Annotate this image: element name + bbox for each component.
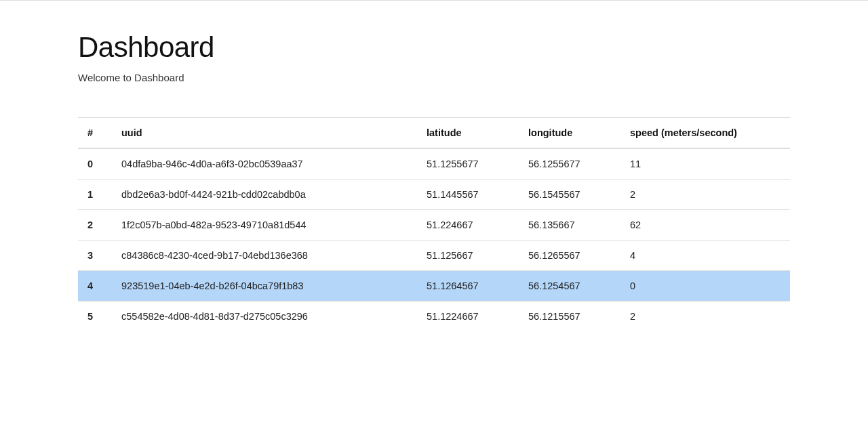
header-latitude: latitude bbox=[417, 118, 519, 149]
cell-longitude: 56.1255677 bbox=[519, 148, 620, 180]
cell-longitude: 56.1545567 bbox=[519, 180, 620, 210]
cell-uuid: 923519e1-04eb-4e2d-b26f-04bca79f1b83 bbox=[112, 271, 417, 301]
table-row[interactable]: 21f2c057b-a0bd-482a-9523-49710a81d54451.… bbox=[78, 210, 790, 241]
cell-latitude: 51.1224667 bbox=[417, 301, 519, 332]
cell-uuid: dbd2e6a3-bd0f-4424-921b-cdd02cabdb0a bbox=[112, 180, 417, 210]
data-table: # uuid latitude longitude speed (meters/… bbox=[78, 117, 790, 331]
cell-latitude: 51.1264567 bbox=[417, 271, 519, 301]
cell-index: 0 bbox=[78, 148, 112, 180]
cell-speed: 4 bbox=[620, 241, 790, 271]
cell-index: 5 bbox=[78, 301, 112, 332]
cell-uuid: 04dfa9ba-946c-4d0a-a6f3-02bc0539aa37 bbox=[112, 148, 417, 180]
page-subtitle: Welcome to Dashboard bbox=[78, 72, 790, 83]
table-row[interactable]: 4923519e1-04eb-4e2d-b26f-04bca79f1b8351.… bbox=[78, 271, 790, 301]
cell-uuid: 1f2c057b-a0bd-482a-9523-49710a81d544 bbox=[112, 210, 417, 241]
cell-index: 3 bbox=[78, 241, 112, 271]
cell-index: 2 bbox=[78, 210, 112, 241]
cell-index: 4 bbox=[78, 271, 112, 301]
cell-speed: 0 bbox=[620, 271, 790, 301]
cell-speed: 2 bbox=[620, 301, 790, 332]
cell-index: 1 bbox=[78, 180, 112, 210]
cell-latitude: 51.1445567 bbox=[417, 180, 519, 210]
header-speed: speed (meters/second) bbox=[620, 118, 790, 149]
cell-longitude: 56.1254567 bbox=[519, 271, 620, 301]
header-uuid: uuid bbox=[112, 118, 417, 149]
table-body: 004dfa9ba-946c-4d0a-a6f3-02bc0539aa3751.… bbox=[78, 148, 790, 331]
cell-longitude: 56.1265567 bbox=[519, 241, 620, 271]
table-row[interactable]: 5c554582e-4d08-4d81-8d37-d275c05c329651.… bbox=[78, 301, 790, 332]
cell-longitude: 56.135667 bbox=[519, 210, 620, 241]
table-row[interactable]: 3c84386c8-4230-4ced-9b17-04ebd136e36851.… bbox=[78, 241, 790, 271]
cell-latitude: 51.125667 bbox=[417, 241, 519, 271]
cell-latitude: 51.224667 bbox=[417, 210, 519, 241]
cell-uuid: c554582e-4d08-4d81-8d37-d275c05c3296 bbox=[112, 301, 417, 332]
cell-uuid: c84386c8-4230-4ced-9b17-04ebd136e368 bbox=[112, 241, 417, 271]
cell-speed: 11 bbox=[620, 148, 790, 180]
page-title: Dashboard bbox=[78, 31, 790, 64]
header-longitude: longitude bbox=[519, 118, 620, 149]
cell-speed: 62 bbox=[620, 210, 790, 241]
table-header-row: # uuid latitude longitude speed (meters/… bbox=[78, 118, 790, 149]
header-index: # bbox=[78, 118, 112, 149]
table-row[interactable]: 1dbd2e6a3-bd0f-4424-921b-cdd02cabdb0a51.… bbox=[78, 180, 790, 210]
cell-latitude: 51.1255677 bbox=[417, 148, 519, 180]
table-row[interactable]: 004dfa9ba-946c-4d0a-a6f3-02bc0539aa3751.… bbox=[78, 148, 790, 180]
cell-speed: 2 bbox=[620, 180, 790, 210]
main-container: Dashboard Welcome to Dashboard # uuid la… bbox=[78, 1, 790, 331]
cell-longitude: 56.1215567 bbox=[519, 301, 620, 332]
